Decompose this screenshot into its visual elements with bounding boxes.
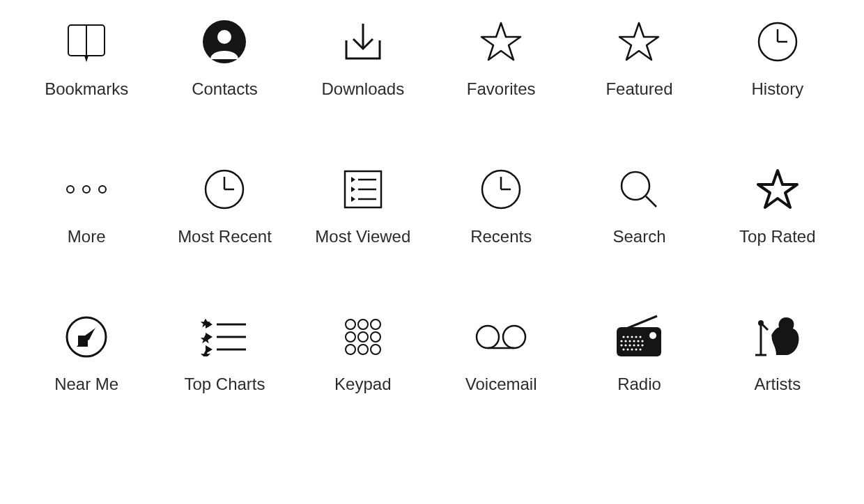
- svg-point-64: [635, 336, 638, 338]
- keypad-icon: [335, 309, 391, 365]
- bookmarks-icon: [59, 14, 114, 70]
- top-charts-icon: [196, 309, 252, 365]
- icon-label: Featured: [605, 79, 672, 99]
- icon-label: More: [68, 227, 106, 246]
- svg-point-63: [631, 336, 633, 338]
- svg-marker-5: [481, 23, 520, 60]
- svg-point-81: [635, 348, 638, 350]
- icon-label: Most Viewed: [315, 227, 410, 246]
- svg-point-52: [346, 345, 355, 354]
- downloads-icon: [335, 14, 391, 70]
- icon-label: Downloads: [321, 79, 404, 99]
- icon-cell-downloads[interactable]: Downloads: [298, 14, 429, 99]
- icon-cell-contacts[interactable]: Contacts: [159, 14, 290, 99]
- icon-cell-voicemail[interactable]: Voicemail: [435, 309, 566, 394]
- svg-line-27: [646, 196, 656, 207]
- svg-point-74: [629, 344, 631, 346]
- svg-point-76: [638, 344, 640, 346]
- svg-marker-28: [758, 171, 797, 207]
- svg-point-66: [621, 340, 623, 342]
- icon-cell-artists[interactable]: Artists: [712, 309, 843, 394]
- svg-point-61: [623, 336, 625, 338]
- svg-point-71: [642, 340, 644, 342]
- icon-label: Near Me: [54, 375, 118, 394]
- icon-cell-featured[interactable]: Featured: [573, 14, 704, 99]
- search-icon: [611, 162, 667, 217]
- icon-label: Top Rated: [739, 227, 815, 246]
- svg-point-62: [627, 336, 629, 338]
- svg-point-75: [633, 344, 635, 346]
- icon-cell-more[interactable]: More: [21, 162, 152, 246]
- contacts-icon: [196, 14, 252, 70]
- svg-marker-17: [351, 177, 355, 182]
- radio-icon: [611, 309, 667, 365]
- svg-point-54: [371, 345, 380, 354]
- svg-point-72: [621, 344, 623, 346]
- icon-grid: Bookmarks Contacts Downloads Fav: [0, 0, 864, 422]
- svg-point-53: [358, 345, 368, 354]
- icon-cell-top-charts[interactable]: Top Charts: [159, 309, 290, 394]
- svg-point-65: [640, 336, 642, 338]
- icon-label: Voicemail: [465, 375, 537, 394]
- svg-line-86: [762, 324, 768, 330]
- icon-label: Bookmarks: [45, 79, 128, 99]
- svg-line-58: [626, 316, 657, 329]
- icon-cell-favorites[interactable]: Favorites: [435, 14, 566, 99]
- icon-cell-keypad[interactable]: Keypad: [298, 309, 429, 394]
- voicemail-icon: [473, 309, 529, 365]
- icon-label: Most Recent: [178, 227, 272, 246]
- featured-icon: [611, 14, 667, 70]
- icon-cell-search[interactable]: Search: [573, 162, 704, 246]
- icon-cell-near-me[interactable]: Near Me: [21, 309, 152, 394]
- svg-point-73: [625, 344, 627, 346]
- artists-icon: [750, 309, 805, 365]
- icon-cell-bookmarks[interactable]: Bookmarks: [21, 14, 152, 99]
- svg-point-82: [640, 348, 642, 350]
- icon-label: Search: [612, 227, 665, 246]
- svg-point-3: [217, 30, 231, 44]
- icon-label: Contacts: [192, 79, 258, 99]
- svg-marker-6: [619, 23, 658, 60]
- svg-point-47: [358, 320, 368, 329]
- svg-point-49: [346, 332, 355, 342]
- svg-point-69: [633, 340, 635, 342]
- svg-marker-21: [351, 196, 355, 202]
- icon-label: Recents: [470, 227, 532, 246]
- icon-cell-radio[interactable]: Radio: [573, 309, 704, 394]
- history-icon: [750, 14, 805, 70]
- svg-point-79: [627, 348, 629, 350]
- icon-cell-history[interactable]: History: [712, 14, 843, 99]
- svg-point-70: [638, 340, 640, 342]
- icon-cell-most-recent[interactable]: Most Recent: [159, 162, 290, 246]
- svg-point-80: [631, 348, 633, 350]
- icon-label: Favorites: [467, 79, 536, 99]
- icon-cell-recents[interactable]: Recents: [435, 162, 566, 246]
- svg-point-50: [358, 332, 368, 342]
- icon-label: Radio: [617, 375, 661, 394]
- most-recent-icon: [196, 162, 252, 217]
- svg-point-56: [503, 326, 525, 348]
- svg-point-77: [642, 344, 644, 346]
- svg-point-10: [67, 186, 74, 193]
- more-icon: [59, 162, 114, 217]
- svg-marker-19: [351, 187, 355, 192]
- icon-label: History: [751, 79, 803, 99]
- svg-point-12: [99, 186, 106, 193]
- icon-label: Keypad: [334, 375, 391, 394]
- recents-icon: [473, 162, 529, 217]
- favorites-icon: [473, 14, 529, 70]
- svg-point-26: [622, 172, 649, 200]
- svg-marker-41: [206, 345, 213, 354]
- svg-point-48: [371, 320, 380, 329]
- svg-point-68: [629, 340, 631, 342]
- icon-label: Artists: [754, 375, 801, 394]
- icon-cell-top-rated[interactable]: Top Rated: [712, 162, 843, 246]
- icon-cell-most-viewed[interactable]: Most Viewed: [298, 162, 429, 246]
- svg-point-11: [83, 186, 90, 193]
- near-me-icon: [59, 309, 114, 365]
- svg-point-60: [649, 332, 656, 339]
- svg-point-46: [346, 320, 355, 329]
- most-viewed-icon: [335, 162, 391, 217]
- svg-point-67: [625, 340, 627, 342]
- icon-label: Top Charts: [184, 375, 265, 394]
